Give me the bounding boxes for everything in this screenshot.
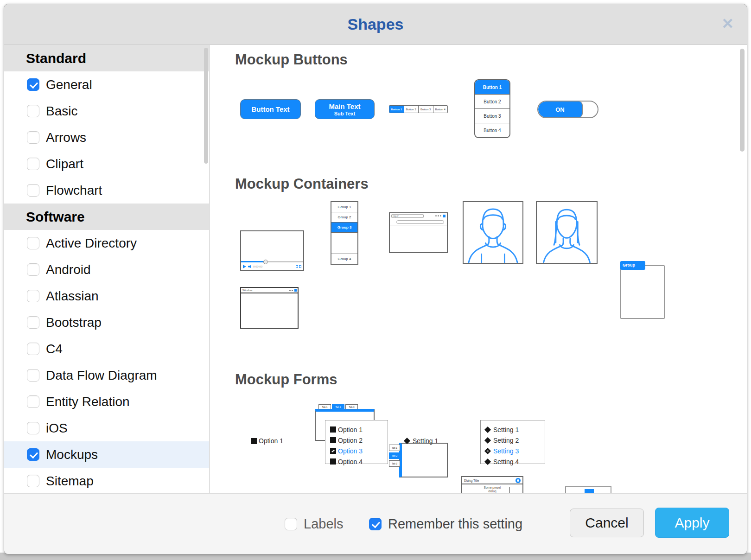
checkbox-unchecked-icon[interactable] [27, 184, 39, 197]
shape-browser-window[interactable]: http:// [389, 212, 448, 253]
checkbox-unchecked-icon[interactable] [27, 369, 39, 382]
sidebar-item-bootstrap[interactable]: Bootstrap [4, 309, 209, 336]
option-label-selected: Option 3 [338, 447, 363, 455]
toggle-on-label: ON [538, 102, 583, 117]
checkbox-checked-icon[interactable] [27, 448, 39, 461]
user-male-icon [464, 202, 522, 263]
shape-checkbox[interactable]: Option 1 [251, 437, 283, 445]
radio-label: Setting 1 [413, 437, 438, 445]
shape-on-toggle[interactable]: ON [537, 101, 598, 118]
group-list-item: Group 4 [331, 254, 357, 264]
labels-checkbox-row[interactable]: Labels [285, 516, 343, 532]
shape-group-list[interactable]: Group 1 Group 2 Group 3 Group 4 [331, 201, 358, 265]
tab-selected: Tab 2 [389, 452, 400, 459]
window-close-icon [294, 289, 297, 292]
group-list-spacer [331, 233, 357, 254]
sidebar-item-label: Clipart [46, 157, 83, 172]
checkbox-unchecked-icon[interactable] [27, 343, 39, 355]
setting-label: Setting 2 [493, 437, 519, 444]
button-bar-segment: Button 3 [418, 106, 433, 113]
checkbox-unchecked-icon[interactable] [27, 395, 39, 408]
tab-strip: Tab 1 Tab 2 Tab 3 [318, 404, 358, 409]
sidebar-item-label: Basic [46, 104, 77, 119]
group-list-item: Group 1 [331, 202, 357, 212]
shape-window[interactable]: Window [240, 287, 299, 329]
checkbox-unchecked-icon[interactable] [27, 316, 39, 329]
shape-preview-panel: Mockup Buttons Button Text Main Text Sub… [210, 45, 747, 493]
close-icon[interactable]: ✕ [721, 14, 734, 33]
button-bar-segment: Button 2 [404, 106, 419, 113]
dialog-footer: Labels Remember this setting Cancel Appl… [4, 493, 747, 554]
checkbox-unchecked-icon[interactable] [27, 475, 39, 487]
checkbox-checked-icon [330, 448, 336, 454]
video-time: 0:00:00 [253, 265, 262, 268]
sidebar-item-c4[interactable]: C4 [4, 336, 209, 362]
shape-radio-button[interactable]: Setting 1 [405, 437, 438, 445]
sidebar-item-active-directory[interactable]: Active Directory [4, 230, 209, 256]
window-controls-icon [289, 290, 293, 291]
sidebar-item-label: Flowchart [46, 183, 102, 198]
shape-vertical-button-list[interactable]: Button 1 Button 2 Button 3 Button 4 [474, 79, 510, 138]
checkbox-label: Option 1 [259, 437, 283, 445]
sidebar-scrollbar[interactable] [204, 48, 208, 164]
sidebar-item-clipart[interactable]: Clipart [4, 151, 209, 177]
button-bar-segment: Button 1 [389, 106, 404, 113]
shape-partial-next-row[interactable] [565, 486, 611, 493]
sidebar-item-flowchart[interactable]: Flowchart [4, 177, 209, 204]
shape-multiline-button[interactable]: Main Text Sub Text [315, 99, 375, 119]
sidebar-item-label: Bootstrap [46, 315, 102, 330]
sidebar-item-label: Data Flow Diagram [46, 368, 157, 383]
shape-button-bar[interactable]: Button 1 Button 2 Button 3 Button 4 [389, 105, 448, 113]
sidebar-item-arrows[interactable]: Arrows [4, 124, 209, 151]
checkbox-unchecked-icon[interactable] [27, 105, 39, 117]
browser-address-bar [390, 219, 447, 225]
shape-group-container[interactable]: Group [620, 261, 665, 319]
setting-label: Setting 1 [493, 426, 519, 433]
setting-label: Setting 4 [493, 458, 519, 465]
shape-user-female[interactable] [536, 201, 598, 264]
checkbox-unchecked-icon[interactable] [27, 422, 39, 434]
option-label: Option 2 [338, 437, 363, 444]
checkbox-unchecked-icon[interactable] [27, 290, 39, 302]
sidebar-item-sitemap[interactable]: Sitemap [4, 468, 209, 493]
window-title-bar: Window [241, 288, 298, 293]
sidebar-item-label: Mockups [46, 447, 98, 462]
shape-dialog-box[interactable]: Dialog Title Some preset dialog text Can… [461, 476, 523, 493]
tab-content-area [399, 443, 448, 477]
checkbox-unchecked-icon[interactable] [27, 263, 39, 276]
checkbox-checked-icon[interactable] [369, 518, 382, 530]
browser-menu-dots-icon [435, 215, 441, 216]
shape-video-player[interactable]: 0:00:00 [240, 230, 304, 271]
video-progress-track [241, 261, 303, 262]
sidebar-item-atlassian[interactable]: Atlassian [4, 283, 209, 309]
dialog-text-line: Some preset [462, 486, 522, 490]
remember-setting-checkbox-row[interactable]: Remember this setting [369, 516, 522, 532]
apply-button[interactable]: Apply [655, 508, 729, 538]
sidebar-item-general[interactable]: General [4, 71, 209, 98]
sidebar-item-android[interactable]: Android [4, 256, 209, 283]
checkbox-unchecked-icon[interactable] [27, 131, 39, 144]
sidebar-item-entity-relation[interactable]: Entity Relation [4, 388, 209, 415]
shape-checkbox-group[interactable]: Option 1 Option 2 Option 3 Option 4 [325, 420, 388, 464]
shape-vertical-tabs[interactable]: Tab 1 Tab 2 Tab 3 [389, 443, 448, 477]
checkbox-unchecked-icon[interactable] [285, 518, 297, 530]
dialog-header: Shapes ✕ [4, 4, 747, 45]
shape-user-male[interactable] [463, 201, 523, 264]
sidebar-item-data-flow-diagram[interactable]: Data Flow Diagram [4, 362, 209, 388]
cancel-button[interactable]: Cancel [570, 509, 644, 537]
play-icon [243, 265, 246, 268]
sidebar-item-mockups[interactable]: Mockups [4, 441, 209, 468]
checkbox-unchecked-icon[interactable] [27, 237, 39, 249]
shape-button[interactable]: Button Text [240, 99, 301, 119]
content-scrollbar[interactable] [740, 49, 745, 152]
checkbox-unchecked-icon[interactable] [27, 158, 39, 170]
sidebar-item-basic[interactable]: Basic [4, 98, 209, 124]
checkbox-filled-icon [330, 437, 336, 443]
sidebar-item-ios[interactable]: iOS [4, 415, 209, 441]
sidebar-item-label: Active Directory [46, 236, 137, 251]
checkbox-checked-icon[interactable] [27, 78, 39, 91]
remember-setting-label: Remember this setting [388, 516, 522, 532]
volume-icon [248, 265, 251, 268]
shape-radio-group[interactable]: Setting 1 Setting 2 Setting 3 Setting 4 [480, 420, 545, 464]
sidebar-item-label: C4 [46, 342, 63, 356]
